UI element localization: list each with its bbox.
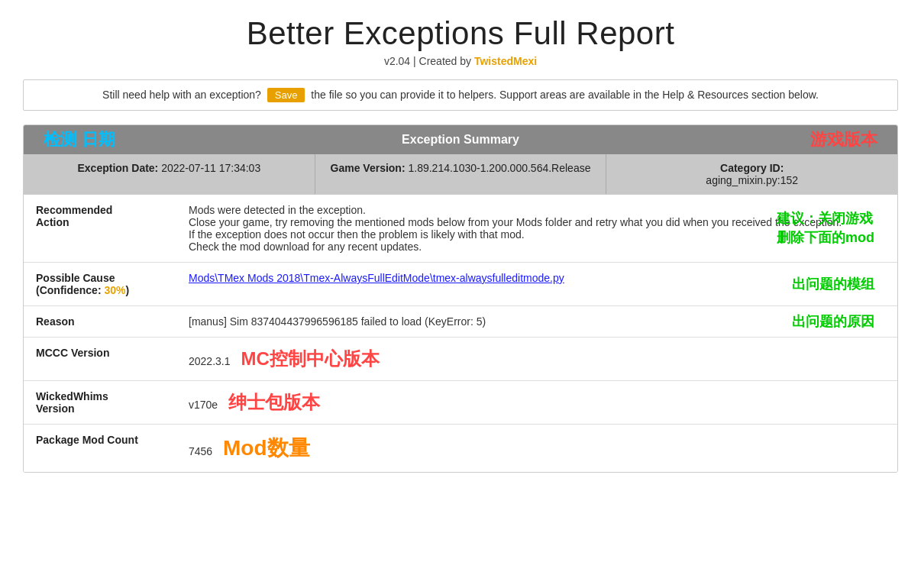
subtitle: v2.04 | Created by TwistedMexi — [23, 55, 898, 67]
wickedwhims-version-value: v170e 绅士包版本 — [176, 381, 897, 425]
recommended-action-label: RecommendedAction — [24, 195, 176, 263]
package-mod-count-label: Package Mod Count — [24, 425, 176, 473]
page-wrapper: Better Exceptions Full Report v2.04 | Cr… — [0, 0, 921, 496]
wickedwhims-version-label: WickedWhimsVersion — [24, 381, 176, 425]
recommended-action-value: Mods were detected in the exception. Clo… — [176, 195, 897, 263]
mccc-version-label: MCCC Version — [24, 338, 176, 381]
mccc-version-value: 2022.3.1 MC控制中心版本 — [176, 338, 897, 381]
category-id-cell: Category ID: aging_mixin.py:152 — [606, 154, 897, 194]
exception-meta-row: Exception Date: 2022-07-11 17:34:03 Game… — [24, 154, 897, 195]
category-id-label: Category ID: — [720, 162, 784, 174]
annotation-package: Mod数量 — [223, 436, 310, 460]
help-before-save: Still need help with an exception? — [102, 89, 261, 101]
annotation-reason: 出问题的原因 — [792, 312, 874, 331]
game-version-label: Game Version: — [331, 162, 406, 174]
exception-date-value: 2022-07-11 17:34:03 — [161, 162, 260, 174]
exception-date-cell: Exception Date: 2022-07-11 17:34:03 — [24, 154, 315, 194]
table-row: MCCC Version 2022.3.1 MC控制中心版本 — [24, 338, 897, 381]
game-version-cell: Game Version: 1.89.214.1030-1.200.000.56… — [315, 154, 607, 194]
table-row: RecommendedAction Mods were detected in … — [24, 195, 897, 263]
possible-cause-label: Possible Cause (Confidence: 30%) — [24, 263, 176, 306]
annotation-version-label: 游戏版本 — [810, 128, 877, 151]
table-row: Reason [manus] Sim 837404437996596185 fa… — [24, 306, 897, 338]
package-mod-count-value: 7456 Mod数量 — [176, 425, 897, 473]
save-button[interactable]: Save — [267, 88, 305, 102]
table-row: Possible Cause (Confidence: 30%) Mods\TM… — [24, 263, 897, 306]
header-annot-area: 检测 日期 Exception Summary 游戏版本 — [31, 133, 890, 147]
exception-summary-title: Exception Summary — [402, 133, 519, 147]
confidence-value: 30% — [104, 284, 125, 296]
detail-table: RecommendedAction Mods were detected in … — [24, 195, 897, 472]
help-bar: Still need help with an exception? Save … — [23, 79, 898, 111]
reason-value: [manus] Sim 837404437996596185 failed to… — [176, 306, 897, 338]
annotation-recommend: 建议：关闭游戏删除下面的mod — [777, 209, 874, 247]
category-id-value: aging_mixin.py:152 — [706, 174, 798, 186]
annotation-wicked: 绅士包版本 — [228, 392, 320, 412]
game-version-value: 1.89.214.1030-1.200.000.564.Release — [408, 162, 590, 174]
annotation-mccc: MC控制中心版本 — [241, 348, 379, 369]
subtitle-text: v2.04 | Created by — [384, 55, 474, 67]
annotation-cause: 出问题的模组 — [792, 275, 874, 293]
help-after-save: the file so you can provide it to helper… — [311, 89, 819, 101]
cause-file-path: Mods\TMex Mods 2018\Tmex-AlwaysFullEditM… — [189, 272, 564, 284]
annotation-date-label: 检测 日期 — [44, 128, 115, 151]
table-row: Package Mod Count 7456 Mod数量 — [24, 425, 897, 473]
table-row: WickedWhimsVersion v170e 绅士包版本 — [24, 381, 897, 425]
exception-date-label: Exception Date: — [77, 162, 158, 174]
possible-cause-value: Mods\TMex Mods 2018\Tmex-AlwaysFullEditM… — [176, 263, 897, 306]
report-box: 检测 日期 Exception Summary 游戏版本 Exception D… — [23, 124, 898, 473]
exception-summary-header: 检测 日期 Exception Summary 游戏版本 — [24, 125, 897, 154]
author-link[interactable]: TwistedMexi — [474, 55, 537, 67]
main-title: Better Exceptions Full Report — [23, 15, 898, 52]
reason-label: Reason — [24, 306, 176, 338]
